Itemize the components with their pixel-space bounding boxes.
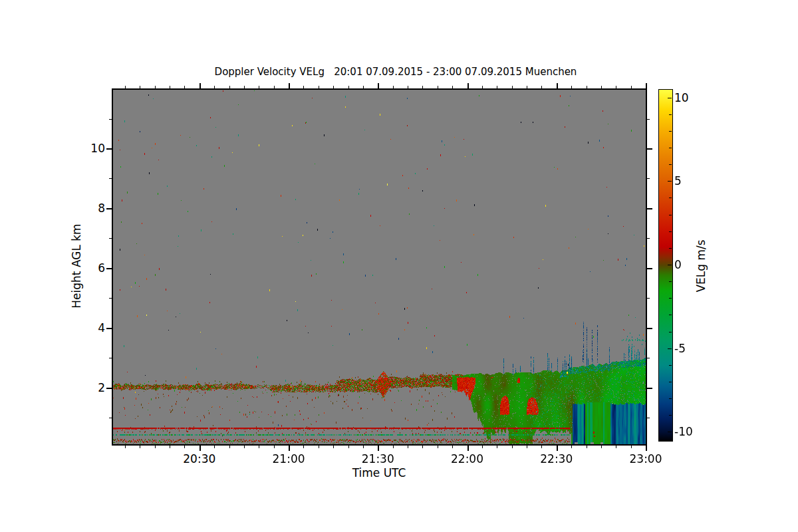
y-tick-label: 6 xyxy=(76,261,105,275)
x-axis-tick xyxy=(587,446,587,448)
colorbar-tick xyxy=(669,332,672,332)
x-axis-tick xyxy=(646,446,647,451)
x-axis-top-tick xyxy=(214,86,215,88)
y-axis-tick xyxy=(106,148,112,150)
x-axis-top-tick xyxy=(408,86,408,88)
x-axis-tick xyxy=(482,446,483,448)
x-axis-top-tick xyxy=(333,86,334,88)
x-axis-top-tick xyxy=(244,86,245,88)
y-axis-tick xyxy=(109,238,112,239)
x-axis-tick xyxy=(571,446,572,448)
x-axis-tick xyxy=(467,446,469,451)
plot-title: Doppler Velocity VELg 20:01 07.09.2015 -… xyxy=(113,66,678,78)
x-axis-top-tick xyxy=(527,86,527,88)
x-axis-tick xyxy=(438,446,438,448)
x-tick-label: 20:30 xyxy=(173,452,226,466)
colorbar-tick xyxy=(669,382,672,382)
y-axis-right-tick xyxy=(647,208,652,209)
colorbar-tick xyxy=(669,114,672,115)
x-axis-tick xyxy=(631,446,632,448)
y-axis-right-tick xyxy=(647,119,650,120)
x-axis-top-tick xyxy=(274,86,275,88)
x-axis-top-tick xyxy=(363,86,364,88)
y-axis-tick xyxy=(106,208,112,209)
colorbar-tick xyxy=(669,298,672,299)
colorbar-tick xyxy=(668,181,672,182)
x-axis-tick xyxy=(125,446,126,448)
y-axis-tick xyxy=(109,178,112,179)
y-tick-label: 10 xyxy=(76,142,105,155)
x-axis-tick xyxy=(184,446,185,448)
colorbar-tick xyxy=(669,164,672,165)
y-axis-tick xyxy=(109,358,112,358)
colorbar-tick xyxy=(668,348,672,349)
y-axis-tick xyxy=(106,268,112,269)
x-axis-top-tick xyxy=(155,86,156,88)
colorbar-tick xyxy=(669,231,672,232)
x-axis-tick xyxy=(616,446,616,448)
x-axis-tick xyxy=(229,446,230,448)
colorbar-tick-label: -10 xyxy=(674,425,704,438)
x-axis-top-tick xyxy=(631,86,632,88)
y-axis-right-tick xyxy=(647,238,650,239)
y-axis-tick xyxy=(109,119,112,120)
x-axis-top-tick xyxy=(452,86,453,88)
y-axis-tick xyxy=(109,418,112,418)
x-axis-tick xyxy=(601,446,602,448)
x-axis-top-tick xyxy=(229,86,230,88)
x-axis-top-tick xyxy=(319,86,319,88)
colorbar-tick xyxy=(669,215,672,215)
x-axis-tick xyxy=(497,446,497,448)
x-tick-label: 21:30 xyxy=(351,452,404,466)
x-tick-label: 21:00 xyxy=(262,452,315,466)
x-axis-top-tick xyxy=(393,86,394,88)
colorbar-tick xyxy=(669,198,672,198)
x-axis-top-tick xyxy=(541,86,542,88)
velocity-heatmap-canvas xyxy=(113,90,646,444)
x-axis-tick xyxy=(363,446,364,448)
colorbar-tick xyxy=(669,148,672,148)
x-axis-label: Time UTC xyxy=(313,466,446,479)
y-axis-right-tick xyxy=(647,388,652,389)
x-axis-tick xyxy=(259,446,259,448)
y-tick-label: 8 xyxy=(76,201,105,215)
colorbar-tick-label: 5 xyxy=(674,174,704,188)
x-axis-tick xyxy=(452,446,453,448)
x-axis-top-tick xyxy=(140,86,140,88)
x-axis-top-tick xyxy=(601,86,602,88)
x-axis-tick xyxy=(155,446,156,448)
y-axis-right-tick xyxy=(647,148,652,150)
x-axis-top-tick xyxy=(125,86,126,88)
x-axis-tick xyxy=(393,446,394,448)
colorbar-tick xyxy=(669,281,672,282)
x-axis-tick xyxy=(244,446,245,448)
x-tick-label: 23:00 xyxy=(619,452,672,466)
x-axis-top-tick xyxy=(170,86,170,88)
x-axis-top-tick xyxy=(378,83,379,88)
x-axis-top-tick xyxy=(646,83,647,88)
x-axis-tick xyxy=(333,446,334,448)
x-axis-tick xyxy=(541,446,542,448)
x-axis-top-tick xyxy=(200,83,201,88)
x-axis-tick xyxy=(303,446,304,448)
colorbar-tick xyxy=(669,248,672,249)
x-axis-top-tick xyxy=(512,86,513,88)
colorbar-tick xyxy=(668,265,672,265)
x-axis-tick xyxy=(170,446,170,448)
colorbar-tick xyxy=(668,98,672,98)
x-axis-tick xyxy=(289,446,290,451)
x-axis-top-tick xyxy=(557,83,558,88)
colorbar-tick xyxy=(668,432,672,432)
colorbar-tick xyxy=(669,315,672,315)
x-axis-top-tick xyxy=(497,86,497,88)
y-tick-label: 4 xyxy=(76,321,105,334)
x-axis-tick xyxy=(557,446,558,451)
x-axis-top-tick xyxy=(422,86,423,88)
x-tick-label: 22:30 xyxy=(530,452,583,466)
y-axis-tick xyxy=(109,298,112,299)
x-axis-tick xyxy=(512,446,513,448)
x-axis-tick xyxy=(319,446,319,448)
colorbar-tick-label: 10 xyxy=(674,91,704,104)
x-axis-top-tick xyxy=(438,86,438,88)
x-axis-tick xyxy=(408,446,408,448)
